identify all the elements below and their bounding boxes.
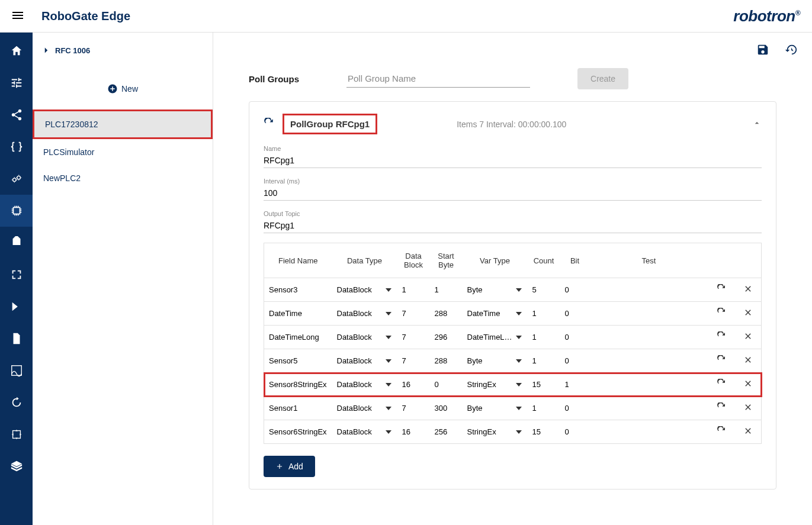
data-block-input[interactable]	[402, 404, 425, 413]
col-count: Count	[528, 243, 560, 278]
start-byte-input[interactable]	[435, 285, 458, 294]
sidebar-tag-icon[interactable]	[0, 227, 33, 259]
sidebar-gears-icon[interactable]	[0, 163, 33, 195]
var-type-select[interactable]: Byte	[467, 285, 523, 294]
data-block-input[interactable]	[402, 380, 425, 389]
test-cell	[590, 326, 708, 349]
var-type-select[interactable]: StringEx	[467, 380, 523, 389]
sidebar-tune-icon[interactable]	[0, 67, 33, 99]
sidebar-move-icon[interactable]	[0, 418, 33, 450]
field-name-input[interactable]	[269, 285, 328, 294]
var-type-select[interactable]: Byte	[467, 356, 523, 365]
field-name-input[interactable]	[269, 427, 328, 436]
bit-input[interactable]	[565, 309, 585, 318]
row-delete-button[interactable]	[735, 397, 762, 420]
row-refresh-button[interactable]	[708, 373, 735, 397]
row-refresh-button[interactable]	[708, 302, 735, 326]
left-panel: RFC 1006 New PLC17230812PLCSimulatorNewP…	[33, 33, 213, 525]
row-delete-button[interactable]	[735, 373, 762, 397]
bit-input[interactable]	[565, 333, 585, 342]
add-button[interactable]: Add	[264, 456, 315, 477]
count-input[interactable]	[532, 380, 556, 389]
count-input[interactable]	[532, 356, 556, 365]
start-byte-input[interactable]	[435, 356, 458, 365]
data-type-select[interactable]: DataBlock	[337, 380, 393, 389]
var-type-select[interactable]: Byte	[467, 404, 523, 413]
refresh-icon[interactable]	[264, 118, 274, 130]
row-delete-button[interactable]	[735, 349, 762, 373]
chevron-up-icon[interactable]	[752, 118, 762, 130]
count-input[interactable]	[532, 285, 556, 294]
row-refresh-button[interactable]	[708, 349, 735, 373]
data-block-input[interactable]	[402, 356, 425, 365]
plc-item[interactable]: PLC17230812	[33, 109, 213, 139]
sidebar-terminal-icon[interactable]	[0, 291, 33, 323]
plc-item[interactable]: PLCSimulator	[33, 139, 213, 165]
start-byte-input[interactable]	[435, 427, 458, 436]
row-delete-button[interactable]	[735, 302, 762, 326]
count-input[interactable]	[532, 404, 556, 413]
count-input[interactable]	[532, 309, 556, 318]
data-type-select[interactable]: DataBlock	[337, 285, 393, 294]
count-input[interactable]	[532, 427, 556, 436]
data-type-select[interactable]: DataBlock	[337, 427, 393, 436]
plc-item[interactable]: NewPLC2	[33, 165, 213, 191]
sidebar-sync-icon[interactable]	[0, 386, 33, 418]
data-type-select[interactable]: DataBlock	[337, 309, 393, 318]
save-button[interactable]	[754, 41, 772, 60]
bit-input[interactable]	[565, 427, 585, 436]
sidebar-wave-icon[interactable]	[0, 355, 33, 386]
data-block-input[interactable]	[402, 333, 425, 342]
new-button[interactable]: New	[33, 68, 213, 109]
row-delete-button[interactable]	[735, 326, 762, 349]
sidebar-chip-icon[interactable]	[0, 195, 33, 227]
var-type-select[interactable]: DateTime	[467, 309, 523, 318]
poll-group-name-input[interactable]	[346, 70, 530, 88]
data-block-input[interactable]	[402, 427, 425, 436]
sidebar-layers-icon[interactable]	[0, 450, 33, 482]
row-refresh-button[interactable]	[708, 326, 735, 349]
count-input[interactable]	[532, 333, 556, 342]
start-byte-input[interactable]	[435, 404, 458, 413]
interval-label: Interval (ms)	[264, 178, 762, 185]
row-refresh-button[interactable]	[708, 278, 735, 302]
row-refresh-button[interactable]	[708, 420, 735, 444]
sidebar-file-icon[interactable]	[0, 323, 33, 355]
field-name-input[interactable]	[269, 333, 328, 342]
interval-input[interactable]	[264, 186, 762, 201]
start-byte-input[interactable]	[435, 309, 458, 318]
create-button[interactable]: Create	[577, 68, 628, 89]
var-type-select[interactable]: StringEx	[467, 427, 523, 436]
field-name-input[interactable]	[269, 309, 328, 318]
bit-input[interactable]	[565, 404, 585, 413]
field-name-input[interactable]	[269, 404, 328, 413]
data-type-select[interactable]: DataBlock	[337, 404, 393, 413]
sidebar-share-icon[interactable]	[0, 99, 33, 131]
row-refresh-button[interactable]	[708, 397, 735, 420]
data-type-select[interactable]: DataBlock	[337, 333, 393, 342]
plus-circle-icon	[107, 83, 118, 94]
sidebar-home[interactable]	[0, 35, 33, 67]
sidebar-braces-icon[interactable]	[0, 131, 33, 163]
var-type-select[interactable]: DateTimeLong	[467, 333, 523, 342]
breadcrumb[interactable]: RFC 1006	[43, 46, 90, 55]
start-byte-input[interactable]	[435, 333, 458, 342]
row-delete-button[interactable]	[735, 278, 762, 302]
data-block-input[interactable]	[402, 285, 425, 294]
output-topic-input[interactable]	[264, 218, 762, 233]
history-button[interactable]	[782, 41, 800, 60]
start-byte-input[interactable]	[435, 380, 458, 389]
row-delete-button[interactable]	[735, 420, 762, 444]
data-block-input[interactable]	[402, 309, 425, 318]
field-name-input[interactable]	[269, 380, 328, 389]
bit-input[interactable]	[565, 356, 585, 365]
bit-input[interactable]	[565, 380, 585, 389]
field-name-input[interactable]	[269, 356, 328, 365]
test-cell	[590, 420, 708, 444]
test-cell	[590, 302, 708, 326]
data-type-select[interactable]: DataBlock	[337, 356, 393, 365]
bit-input[interactable]	[565, 285, 585, 294]
menu-button[interactable]	[6, 4, 30, 29]
name-input[interactable]	[264, 153, 762, 168]
sidebar-fullscreen-icon[interactable]	[0, 259, 33, 291]
